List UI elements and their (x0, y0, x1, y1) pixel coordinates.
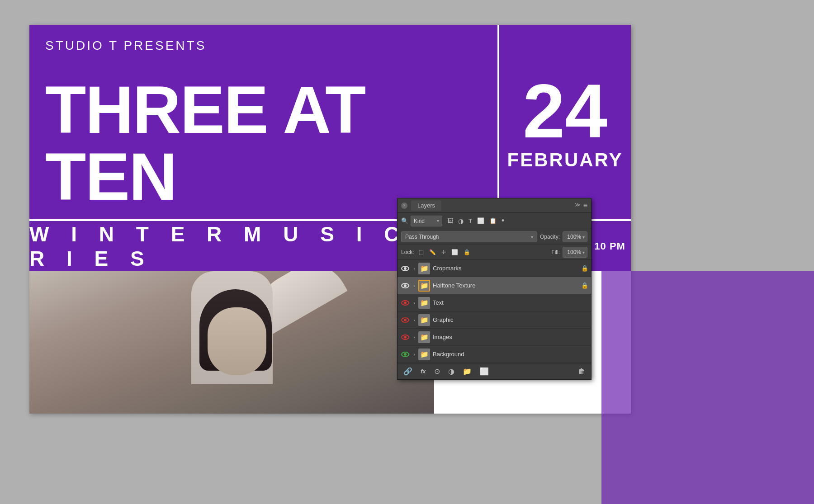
cropmarks-layer-name: Cropmarks (433, 265, 581, 272)
search-icon: 🔍 (401, 217, 408, 224)
blend-mode-chevron: ▾ (531, 235, 533, 240)
blend-opacity-row: Pass Through ▾ Opacity: 100% ▾ (398, 229, 591, 245)
background-visibility-toggle[interactable] (400, 349, 410, 359)
opacity-value: 100% (567, 234, 581, 240)
halftone-visibility-toggle[interactable] (400, 281, 410, 291)
images-layer-name: Images (433, 334, 588, 340)
cropmarks-visibility-toggle[interactable] (400, 264, 410, 273)
poster-photo-area (29, 271, 434, 414)
filter-row: 🔍 Kind 🖼 ◑ T ⬜ 📋 • (398, 213, 591, 229)
lock-row: Lock: ⬚ ✏️ ✛ ⬜ 🔒 Fill: 100% ▾ (398, 245, 591, 260)
new-group-button[interactable]: 📁 (460, 366, 474, 377)
panel-bottom-toolbar: 🔗 fx ⊙ ◑ 📁 ⬜ 🗑 (398, 363, 591, 379)
delete-layer-button[interactable]: 🗑 (576, 366, 587, 377)
fill-chevron: ▾ (582, 250, 585, 255)
blend-mode-label: Pass Through (405, 234, 439, 240)
graphic-visibility-toggle[interactable] (400, 315, 410, 325)
graphic-folder-icon: 📁 (420, 316, 429, 324)
layer-item-text[interactable]: › 📁 Text (398, 294, 591, 311)
halftone-lock-icon: 🔒 (581, 282, 588, 289)
background-thumbnail: 📁 (418, 349, 430, 360)
lock-image-button[interactable]: ✏️ (427, 248, 438, 257)
text-expand-toggle[interactable]: › (410, 299, 418, 307)
graphic-eye-icon (401, 317, 409, 323)
filter-icons: 🖼 ◑ T ⬜ 📋 • (446, 215, 506, 226)
new-fill-button[interactable]: ◑ (446, 366, 457, 377)
lock-artboard-button[interactable]: ⬜ (450, 248, 460, 257)
kind-label: Kind (414, 218, 425, 224)
filter-smartobj-icon[interactable]: 📋 (488, 217, 498, 225)
link-layers-button[interactable]: 🔗 (401, 366, 415, 377)
right-purple-stripe (601, 271, 814, 504)
opacity-label: Opacity: (540, 234, 560, 240)
lock-all-button[interactable]: 🔒 (462, 248, 472, 257)
cropmarks-folder-icon: 📁 (420, 264, 429, 273)
poster-month: FEBRUARY (507, 149, 623, 171)
filter-type-icon[interactable]: T (467, 217, 473, 225)
layer-item-background[interactable]: › 📁 Background (398, 346, 591, 363)
opacity-field[interactable]: 100% ▾ (563, 231, 587, 242)
filter-pixel-icon[interactable]: • (500, 215, 506, 226)
background-layer-name: Background (433, 351, 588, 358)
cropmarks-expand-toggle[interactable]: › (410, 264, 418, 273)
lock-label: Lock: (401, 249, 414, 255)
text-thumbnail: 📁 (418, 297, 430, 309)
halftone-folder-icon: 📁 (420, 282, 429, 290)
halftone-thumbnail: 📁 (418, 280, 430, 292)
filter-shape-icon[interactable]: ⬜ (476, 217, 486, 225)
add-mask-button[interactable]: ⊙ (432, 366, 442, 377)
poster-main-block: STUDIO T PRESENTS THREE AT TEN (29, 25, 497, 219)
lock-transparent-button[interactable]: ⬚ (417, 248, 426, 257)
poster-day: 24 (523, 73, 607, 149)
graphic-expand-toggle[interactable]: › (410, 316, 418, 324)
panel-close-button[interactable]: × (401, 203, 407, 209)
fill-label: Fill: (551, 249, 560, 255)
layers-list: › 📁 Cropmarks 🔒 › 📁 Halftone Texture 🔒 (398, 260, 591, 363)
poster-date-block: 24 FEBRUARY (497, 25, 631, 219)
panel-collapse-button[interactable]: ≫ (575, 202, 581, 210)
close-icon: × (403, 203, 406, 208)
poster-title: THREE AT TEN (45, 76, 482, 210)
kind-dropdown-chevron (437, 218, 439, 223)
panel-titlebar: × Layers ≫ ≡ (398, 198, 591, 213)
panel-menu-button[interactable]: ≡ (583, 202, 587, 210)
cropmarks-thumbnail: 📁 (418, 263, 430, 274)
text-folder-icon: 📁 (420, 299, 429, 307)
cropmarks-eye-icon (401, 266, 409, 271)
layer-styles-button[interactable]: fx (418, 367, 428, 376)
lock-icons-group: ⬚ ✏️ ✛ ⬜ 🔒 (417, 248, 472, 257)
background-folder-icon: 📁 (420, 350, 429, 358)
text-layer-name: Text (433, 299, 588, 306)
fill-field[interactable]: 100% ▾ (563, 247, 587, 258)
images-visibility-toggle[interactable] (400, 332, 410, 342)
layer-item-graphic[interactable]: › 📁 Graphic (398, 311, 591, 329)
filter-adjustment-icon[interactable]: ◑ (457, 217, 465, 226)
images-folder-icon: 📁 (420, 333, 429, 341)
images-expand-toggle[interactable]: › (410, 333, 418, 341)
images-thumbnail: 📁 (418, 331, 430, 343)
halftone-layer-name: Halftone Texture (433, 282, 581, 289)
graphic-thumbnail: 📁 (418, 314, 430, 326)
halftone-eye-icon (401, 283, 409, 288)
images-eye-icon (401, 334, 409, 340)
opacity-chevron: ▾ (582, 235, 585, 240)
filter-image-icon[interactable]: 🖼 (446, 217, 454, 225)
panel-title-tab[interactable]: Layers (411, 200, 441, 211)
lock-position-button[interactable]: ✛ (440, 248, 448, 257)
poster-subtitle: STUDIO T PRESENTS (45, 38, 482, 53)
layer-item-halftone[interactable]: › 📁 Halftone Texture 🔒 (398, 277, 591, 294)
background-eye-icon (401, 352, 409, 357)
text-visibility-toggle[interactable] (400, 298, 410, 308)
text-eye-icon (401, 300, 409, 306)
halftone-expand-toggle[interactable]: › (410, 282, 418, 290)
cropmarks-lock-icon: 🔒 (581, 265, 588, 272)
kind-dropdown[interactable]: Kind (411, 216, 442, 226)
layer-item-images[interactable]: › 📁 Images (398, 329, 591, 346)
layers-panel: × Layers ≫ ≡ 🔍 Kind 🖼 ◑ T ⬜ 📋 • (397, 198, 592, 380)
background-expand-toggle[interactable]: › (410, 350, 418, 358)
new-layer-button[interactable]: ⬜ (478, 366, 491, 377)
poster-top-section: STUDIO T PRESENTS THREE AT TEN 24 FEBRUA… (29, 25, 631, 219)
layer-item-cropmarks[interactable]: › 📁 Cropmarks 🔒 (398, 260, 591, 277)
blend-mode-dropdown[interactable]: Pass Through ▾ (401, 231, 537, 242)
panel-title-label: Layers (417, 202, 435, 209)
